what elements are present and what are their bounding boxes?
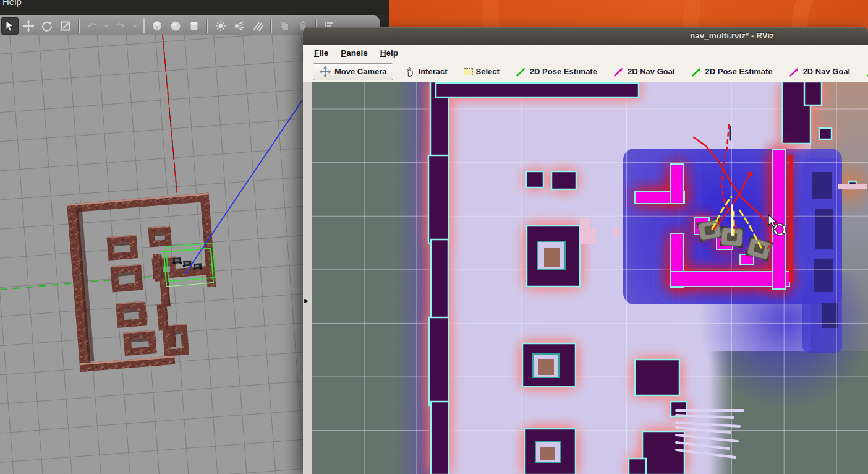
expand-panel-arrow-icon[interactable]: ▶ bbox=[304, 298, 308, 304]
tool-2d-pose-estimate[interactable]: 2D Pose Estimate bbox=[686, 63, 778, 80]
pose-estimate-arrow-icon bbox=[516, 66, 527, 78]
gazebo-menu-help[interactable]: Help bbox=[2, 0, 22, 7]
spot-light-button[interactable] bbox=[231, 17, 248, 35]
spot-light-button-icon bbox=[233, 20, 245, 32]
insert-box-button-icon bbox=[151, 20, 163, 32]
rviz-menubar: FilePanelsHelp bbox=[303, 45, 868, 61]
translate-tool-icon bbox=[22, 20, 35, 32]
tool-interact[interactable]: Interact bbox=[399, 63, 453, 80]
redo-caret-icon[interactable] bbox=[132, 25, 137, 28]
menu-file[interactable]: File bbox=[309, 47, 333, 59]
rotate-tool[interactable] bbox=[38, 17, 56, 35]
menu-label: ile bbox=[319, 48, 328, 58]
move-camera-icon bbox=[319, 66, 331, 78]
tool-label: 2D Nav Goal bbox=[628, 67, 675, 76]
nav-goal-arrow-icon bbox=[613, 66, 624, 78]
rviz-window-title: nav_multi.rviz* - RViz bbox=[690, 31, 774, 40]
toolbar-separator bbox=[143, 19, 145, 33]
menu-label: F bbox=[314, 48, 319, 58]
insert-cylinder-button[interactable] bbox=[185, 17, 203, 35]
rviz-viewport: ▶ bbox=[303, 82, 868, 474]
rotate-tool-icon bbox=[41, 20, 53, 32]
menu-panels[interactable]: Panels bbox=[336, 47, 373, 59]
tool-label: 2D Pose Estimate bbox=[530, 67, 597, 76]
tool-label: Select bbox=[476, 67, 500, 76]
menu-label: H bbox=[380, 48, 386, 58]
tool-label: Move Camera bbox=[334, 67, 387, 76]
rviz-window: nav_multi.rviz* - RViz FilePanelsHelp Mo… bbox=[303, 27, 868, 474]
insert-box-button[interactable] bbox=[148, 17, 166, 35]
toolbar-separator bbox=[78, 19, 80, 33]
copy-button-icon bbox=[278, 20, 291, 32]
desktop: Help nav_multi.rviz* - RViz FilePanelsHe… bbox=[0, 0, 868, 474]
undo-button-icon bbox=[86, 20, 98, 32]
point-light-button[interactable] bbox=[212, 17, 229, 35]
point-light-button-icon bbox=[215, 20, 227, 32]
rviz-3d-view[interactable] bbox=[312, 82, 868, 474]
gazebo-menubar: Help bbox=[0, 0, 389, 15]
rviz-titlebar[interactable]: nav_multi.rviz* - RViz bbox=[303, 27, 868, 45]
toolbar-separator bbox=[270, 19, 272, 33]
nav-goal-arrow-icon bbox=[789, 66, 800, 78]
tool-2d-pose-estimate[interactable]: 2D Pose Estimate bbox=[861, 63, 868, 80]
tool-label: Interact bbox=[419, 67, 448, 76]
select-arrow-tool[interactable] bbox=[1, 17, 19, 35]
undo-button[interactable] bbox=[83, 17, 101, 35]
tool-2d-nav-goal[interactable]: 2D Nav Goal bbox=[784, 63, 856, 80]
tool-label: 2D Pose Estimate bbox=[705, 67, 773, 76]
redo-button-icon bbox=[114, 20, 127, 32]
copy-button[interactable] bbox=[276, 17, 293, 35]
rviz-toolbar: Move CameraInteractSelect2D Pose Estimat… bbox=[303, 61, 868, 82]
menu-label: P bbox=[341, 48, 346, 58]
redo-button[interactable] bbox=[112, 17, 129, 35]
insert-sphere-button-icon bbox=[169, 20, 182, 32]
menu-label: anels bbox=[346, 48, 368, 58]
scale-tool[interactable] bbox=[57, 17, 74, 35]
directional-light-button[interactable] bbox=[249, 17, 266, 35]
tool-2d-pose-estimate[interactable]: 2D Pose Estimate bbox=[511, 63, 602, 80]
select-box-icon bbox=[464, 68, 473, 75]
tool-select[interactable]: Select bbox=[459, 64, 504, 79]
translate-tool[interactable] bbox=[20, 17, 37, 35]
interact-hand-icon bbox=[404, 66, 415, 78]
directional-light-button-icon bbox=[252, 20, 264, 32]
displays-panel-collapsed[interactable]: ▶ bbox=[303, 82, 312, 474]
menu-label: elp bbox=[386, 48, 399, 58]
tool-label: 2D Nav Goal bbox=[803, 67, 851, 76]
select-arrow-tool-icon bbox=[4, 20, 16, 32]
undo-caret-icon[interactable] bbox=[104, 25, 109, 28]
menu-help[interactable]: Help bbox=[375, 47, 403, 59]
pose-estimate-arrow-icon bbox=[691, 66, 702, 78]
tool-move-camera[interactable]: Move Camera bbox=[313, 63, 393, 80]
insert-cylinder-button-icon bbox=[188, 20, 200, 32]
scale-tool-icon bbox=[59, 20, 72, 32]
tool-2d-nav-goal[interactable]: 2D Nav Goal bbox=[608, 63, 680, 80]
toolbar-separator bbox=[206, 19, 208, 33]
insert-sphere-button[interactable] bbox=[167, 17, 184, 35]
